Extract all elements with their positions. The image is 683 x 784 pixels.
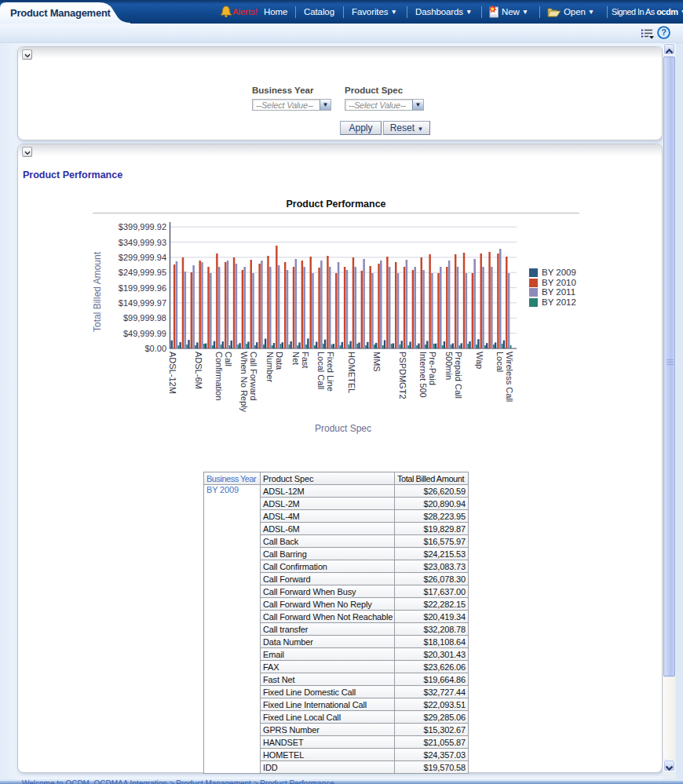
svg-text:?: ? bbox=[661, 27, 667, 37]
